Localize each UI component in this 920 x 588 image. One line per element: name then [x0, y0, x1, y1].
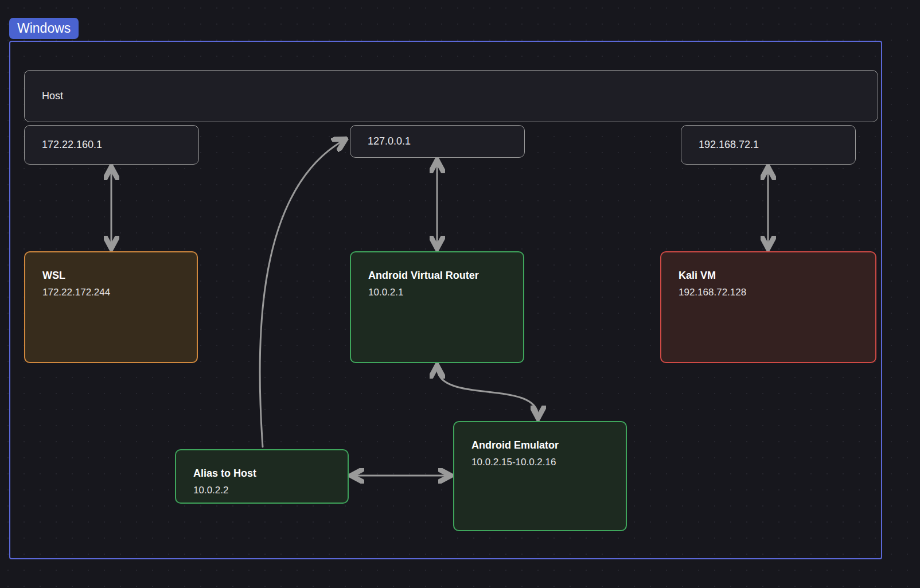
node-kali-subtitle: 192.168.72.128: [661, 287, 875, 298]
node-ip-kali-label: 192.168.72.1: [681, 139, 759, 151]
node-android-emulator[interactable]: Android Emulator 10.0.2.15-10.0.2.16: [453, 421, 627, 531]
node-ip-loopback-label: 127.0.0.1: [350, 135, 411, 147]
node-android-virtual-router[interactable]: Android Virtual Router 10.0.2.1: [350, 251, 524, 363]
node-alias-title: Alias to Host: [176, 468, 348, 480]
windows-group-label[interactable]: Windows: [9, 18, 79, 39]
node-alias-subtitle: 10.0.2.2: [176, 485, 348, 496]
node-ip-172-22-160-1[interactable]: 172.22.160.1: [24, 125, 199, 165]
node-ip-127-0-0-1[interactable]: 127.0.0.1: [350, 125, 525, 158]
node-router-subtitle: 10.0.2.1: [351, 287, 523, 298]
node-wsl[interactable]: WSL 172.22.172.244: [24, 251, 198, 363]
node-kali-title: Kali VM: [661, 270, 875, 282]
node-wsl-title: WSL: [25, 270, 197, 282]
node-ip-192-168-72-1[interactable]: 192.168.72.1: [681, 125, 856, 165]
node-emulator-title: Android Emulator: [454, 439, 626, 451]
node-wsl-subtitle: 172.22.172.244: [25, 287, 197, 298]
node-host-label: Host: [25, 90, 63, 102]
edge-alias-loopback[interactable]: [260, 140, 344, 447]
node-router-title: Android Virtual Router: [351, 270, 523, 282]
node-host[interactable]: Host: [24, 70, 878, 122]
node-alias-to-host[interactable]: Alias to Host 10.0.2.2: [175, 449, 349, 504]
edge-router-emulator[interactable]: [437, 367, 538, 416]
node-ip-wsl-label: 172.22.160.1: [25, 139, 102, 151]
node-kali-vm[interactable]: Kali VM 192.168.72.128: [660, 251, 876, 363]
node-emulator-subtitle: 10.0.2.15-10.0.2.16: [454, 457, 626, 468]
